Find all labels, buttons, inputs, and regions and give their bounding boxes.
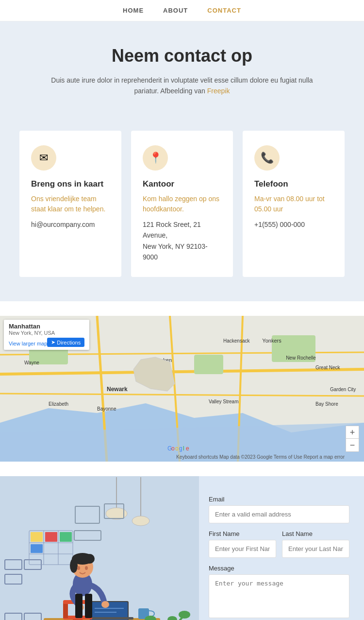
svg-text:Newark: Newark (107, 386, 128, 393)
svg-rect-82 (75, 594, 83, 618)
svg-rect-55 (60, 532, 72, 542)
map-overlay: Manhattan New York, NY, USA View larger … (4, 320, 89, 350)
zoom-out-button[interactable]: − (346, 439, 359, 451)
firstname-label: First Name (209, 530, 276, 537)
lastname-group: Last Name (282, 530, 349, 558)
view-larger-map-link[interactable]: View larger map (9, 341, 47, 346)
cards-container: ✉ Breng ons in kaart Ons vriendelijke te… (19, 131, 345, 277)
directions-arrow-icon: ➤ (51, 339, 55, 345)
google-logo: G o o g l e (167, 444, 197, 455)
zoom-in-button[interactable]: + (346, 426, 359, 439)
contact-form: Email First Name Last Name Message RESER… (199, 476, 364, 620)
map-placeholder: New York Yonkers New Rochelle Wayne Pate… (0, 316, 364, 462)
svg-text:l: l (183, 445, 184, 452)
svg-text:Garden City: Garden City (330, 387, 356, 392)
email-icon: ✉ (31, 145, 56, 171)
svg-rect-52 (31, 532, 43, 542)
freepik-link[interactable]: Freepik (207, 87, 230, 95)
section-gap-2 (0, 462, 364, 476)
svg-point-81 (101, 601, 109, 608)
illustration-svg (0, 476, 199, 620)
card-phone: 📞 Telefoon Ma-vr van 08.00 uur tot 05.00… (243, 131, 345, 277)
page-title: Neem contact op (39, 46, 325, 66)
svg-point-78 (77, 566, 80, 570)
message-textarea[interactable] (209, 574, 349, 618)
message-label: Message (209, 565, 349, 572)
svg-rect-83 (85, 594, 92, 618)
svg-point-76 (70, 558, 78, 573)
lastname-input[interactable] (282, 540, 349, 558)
map-location-subtitle: New York, NY, USA (9, 330, 84, 336)
nav-home[interactable]: HOME (123, 7, 144, 14)
svg-text:New Rochelle: New Rochelle (286, 355, 316, 361)
card-email-title: Breng ons in kaart (31, 179, 110, 189)
svg-text:o: o (171, 445, 175, 452)
card-phone-orange: Ma-vr van 08.00 uur tot 05.00 uur (254, 194, 333, 214)
lastname-label: Last Name (282, 530, 349, 537)
svg-text:Hackensack: Hackensack (223, 338, 250, 344)
svg-point-88 (179, 611, 190, 619)
svg-rect-9 (194, 355, 223, 374)
svg-text:g: g (179, 445, 182, 452)
card-office: 📍 Kantoor Kom hallo zeggen op ons hoofdk… (131, 131, 233, 277)
card-email-info: hi@ourcompany.com (31, 219, 110, 230)
svg-text:o: o (175, 445, 179, 452)
firstname-group: First Name (209, 530, 276, 558)
firstname-input[interactable] (209, 540, 276, 558)
card-office-title: Kantoor (143, 179, 221, 189)
cards-section: ✉ Breng ons in kaart Ons vriendelijke te… (0, 116, 364, 302)
svg-text:e: e (186, 445, 189, 452)
card-office-orange: Kom hallo zeggen op ons hoofdkantoor. (143, 194, 221, 214)
email-input[interactable] (209, 505, 349, 523)
svg-point-77 (85, 554, 95, 564)
email-label: Email (209, 496, 349, 503)
message-group: Message (209, 565, 349, 620)
svg-text:Bayonne: Bayonne (97, 406, 116, 412)
card-phone-info: +1(555) 000-000 (254, 219, 333, 230)
map-footer-text: Keyboard shortcuts Map data ©2023 Google… (176, 454, 345, 460)
svg-rect-33 (0, 477, 199, 620)
map-location-title: Manhattan (9, 323, 84, 330)
svg-text:Great Neck: Great Neck (315, 365, 341, 370)
svg-rect-54 (31, 544, 43, 553)
navigation: HOME ABOUT CONTACT (0, 0, 364, 21)
svg-text:Bay Shore: Bay Shore (315, 401, 338, 407)
svg-text:Yonkers: Yonkers (262, 338, 281, 344)
card-email-orange: Ons vriendelijke team staat klaar om te … (31, 194, 110, 214)
svg-text:Elizabeth: Elizabeth (49, 401, 68, 407)
card-phone-title: Telefoon (254, 179, 333, 189)
contact-section: Email First Name Last Name Message RESER… (0, 476, 364, 620)
map-section: New York Yonkers New Rochelle Wayne Pate… (0, 316, 364, 462)
email-group: Email (209, 496, 349, 523)
map-directions: View larger map ➤ Directions (9, 338, 84, 347)
hero-description: Duis aute irure dolor in reprehenderit i… (39, 75, 325, 97)
location-icon: 📍 (143, 145, 168, 171)
section-gap-1 (0, 301, 364, 316)
svg-rect-53 (45, 532, 57, 542)
phone-icon: 📞 (254, 145, 280, 171)
svg-text:Valley Stream: Valley Stream (209, 399, 239, 404)
contact-illustration (0, 476, 199, 620)
svg-point-79 (85, 566, 88, 570)
directions-button[interactable]: ➤ Directions (47, 338, 84, 347)
name-row: First Name Last Name (209, 530, 349, 558)
map-zoom-controls: + − (346, 426, 359, 452)
nav-about[interactable]: ABOUT (163, 7, 188, 14)
svg-point-37 (132, 516, 149, 526)
card-email: ✉ Breng ons in kaart Ons vriendelijke te… (19, 131, 121, 277)
card-office-info: 121 Rock Sreet, 21 Avenue,New York, NY 9… (143, 219, 221, 263)
nav-contact[interactable]: CONTACT (207, 7, 241, 14)
svg-text:Wayne: Wayne (24, 360, 39, 365)
hero-section: Neem contact op Duis aute irure dolor in… (0, 21, 364, 116)
